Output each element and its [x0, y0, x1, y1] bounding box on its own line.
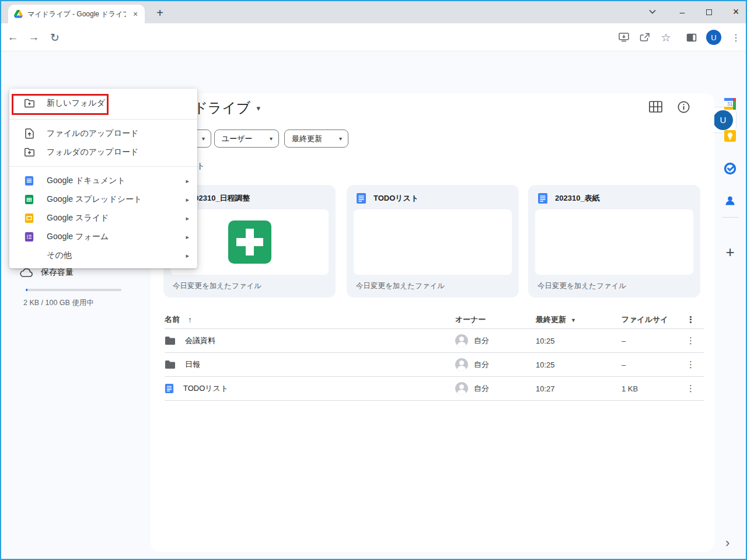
- menu-item-google-slides[interactable]: Google スライド ▸: [9, 209, 197, 228]
- back-icon[interactable]: ←: [6, 31, 20, 44]
- calendar-icon[interactable]: 31: [723, 97, 737, 111]
- owner-name: 自分: [474, 383, 489, 394]
- sort-descending-icon: ▼: [571, 317, 576, 323]
- add-panel-icon[interactable]: +: [723, 245, 737, 259]
- column-header-size[interactable]: ファイルサイ: [622, 314, 668, 325]
- suggestion-card[interactable]: TODOリスト 今日変更を加えたファイル: [347, 185, 519, 298]
- window-close-button[interactable]: ×: [729, 6, 742, 18]
- column-header-name[interactable]: 名前 ↑: [165, 314, 192, 325]
- share-icon[interactable]: [638, 33, 651, 42]
- google-docs-icon: [537, 193, 548, 204]
- drive-header: ドライブ ドライブで検索 ? ⚙ ECCS Cloud Mail Informa…: [0, 51, 747, 86]
- tab-title: マイドライブ - Google ドライブ: [27, 9, 126, 19]
- sort-ascending-icon: ↑: [188, 315, 192, 324]
- cloud-icon: [20, 268, 33, 277]
- suggestion-card[interactable]: 202310_表紙 今日変更を加えたファイル: [528, 185, 700, 298]
- browser-profile-avatar[interactable]: U: [706, 30, 721, 45]
- google-sheets-icon: [23, 195, 35, 204]
- suggestion-card-thumbnail: [354, 209, 512, 275]
- tab-search-icon[interactable]: [649, 9, 662, 14]
- filter-chip-modified[interactable]: 最終更新 ▾: [284, 130, 348, 148]
- google-slides-icon: [23, 214, 35, 223]
- forward-icon[interactable]: →: [27, 31, 41, 44]
- tab-close-icon[interactable]: ×: [131, 9, 140, 19]
- file-name: 日報: [185, 359, 200, 370]
- menu-item-folder-upload[interactable]: フォルダのアップロード: [9, 143, 197, 162]
- row-options-kebab-icon[interactable]: ⋮: [686, 359, 695, 370]
- rail-divider: [722, 217, 738, 218]
- owner-avatar: [455, 358, 468, 371]
- google-docs-icon: [356, 193, 366, 204]
- file-name: TODOリスト: [183, 383, 228, 394]
- browser-titlebar: マイドライブ - Google ドライブ × + – ×: [0, 0, 747, 23]
- keep-icon[interactable]: [723, 129, 737, 143]
- row-options-kebab-icon[interactable]: ⋮: [686, 383, 695, 394]
- submenu-arrow-icon: ▸: [186, 215, 189, 222]
- suggestion-card-caption: 今日変更を加えたファイル: [347, 275, 519, 298]
- suggestion-card-title: 202310_表紙: [555, 193, 600, 204]
- bookmark-star-icon[interactable]: ☆: [659, 31, 672, 44]
- chevron-down-icon: ▾: [270, 135, 273, 142]
- maximize-icon: [706, 9, 712, 15]
- contacts-icon[interactable]: [723, 194, 737, 208]
- menu-divider: [9, 119, 197, 120]
- grid-view-icon[interactable]: [649, 101, 662, 113]
- filter-chip-user[interactable]: ユーザー ▾: [214, 130, 279, 148]
- menu-item-google-docs[interactable]: Google ドキュメント ▸: [9, 172, 197, 190]
- new-menu: 新しいフォルダ ファイルのアップロード フォルダのアップロード Google ド…: [9, 89, 197, 268]
- google-forms-icon: [23, 232, 35, 242]
- column-header-modified[interactable]: 最終更新▼: [536, 314, 576, 325]
- menu-item-more[interactable]: その他 ▸: [9, 246, 197, 265]
- menu-divider: [9, 166, 197, 167]
- owner-avatar: [455, 382, 468, 395]
- submenu-arrow-icon: ▸: [186, 177, 189, 185]
- file-table-header: 名前 ↑ オーナー 最終更新▼ ファイルサイ ⋮: [165, 310, 704, 329]
- folder-icon: [165, 360, 176, 369]
- new-folder-icon: [23, 99, 35, 108]
- table-row[interactable]: TODOリスト 自分 10:27 1 KB ⋮: [165, 377, 704, 401]
- side-panel-icon[interactable]: [685, 33, 698, 42]
- suggestions-section-label-fragment: ト: [197, 161, 205, 172]
- chevron-down-icon: ▾: [339, 135, 342, 142]
- table-row[interactable]: 日報 自分 10:25 – ⋮: [165, 353, 704, 377]
- modified-time: 10:25: [536, 337, 555, 345]
- menu-item-file-upload[interactable]: ファイルのアップロード: [9, 124, 197, 143]
- suggestion-card-thumbnail: [535, 209, 693, 275]
- suggestion-card-title: TODOリスト: [374, 193, 418, 204]
- column-header-owner[interactable]: オーナー: [455, 314, 486, 325]
- modified-time: 10:27: [536, 384, 555, 393]
- browser-menu-kebab-icon[interactable]: ⋮: [729, 32, 742, 43]
- owner-name: 自分: [474, 359, 489, 370]
- reload-icon[interactable]: ↻: [48, 31, 62, 44]
- storage-progress-bar: [26, 289, 121, 291]
- maximize-button[interactable]: [703, 7, 715, 17]
- owner-name: 自分: [474, 335, 489, 346]
- menu-item-google-sheets[interactable]: Google スプレッドシート ▸: [9, 190, 197, 209]
- sidebar-item-storage[interactable]: 保存容量: [20, 267, 74, 278]
- menu-item-google-forms[interactable]: Google フォーム ▸: [9, 228, 197, 246]
- file-upload-icon: [23, 128, 35, 139]
- drive-profile-avatar[interactable]: U: [713, 110, 733, 130]
- install-icon[interactable]: [617, 33, 630, 42]
- submenu-arrow-icon: ▸: [186, 233, 189, 241]
- google-docs-icon: [165, 383, 174, 394]
- browser-tab[interactable]: マイドライブ - Google ドライブ ×: [8, 5, 145, 23]
- tasks-icon[interactable]: [723, 162, 737, 176]
- google-docs-icon: [23, 176, 35, 186]
- suggestion-card-caption: 今日変更を加えたファイル: [163, 275, 336, 298]
- file-size: –: [622, 360, 626, 369]
- minimize-button[interactable]: –: [676, 7, 689, 17]
- submenu-arrow-icon: ▸: [186, 196, 189, 204]
- chevron-down-icon: ▾: [202, 135, 205, 142]
- new-tab-button[interactable]: +: [152, 5, 168, 21]
- chevron-right-icon[interactable]: ›: [725, 536, 729, 551]
- menu-item-new-folder[interactable]: 新しいフォルダ: [9, 92, 197, 114]
- modified-time: 10:25: [536, 360, 555, 369]
- table-options-kebab-icon[interactable]: ⋮: [686, 314, 695, 325]
- browser-toolbar: ← → ↻ drive.google.com/drive/my-drive ☆ …: [0, 23, 747, 51]
- row-options-kebab-icon[interactable]: ⋮: [686, 335, 695, 346]
- info-icon[interactable]: [678, 101, 690, 113]
- table-row[interactable]: 会議資料 自分 10:25 – ⋮: [165, 329, 704, 353]
- drive-favicon: [14, 10, 23, 18]
- storage-progress-fill: [26, 289, 27, 291]
